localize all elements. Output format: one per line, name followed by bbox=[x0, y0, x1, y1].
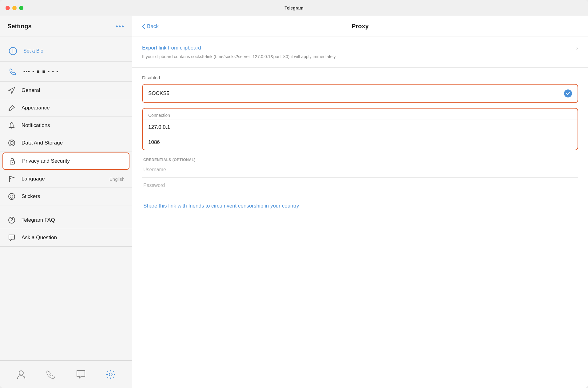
sidebar-item-ask[interactable]: Ask a Question bbox=[0, 229, 132, 247]
proxy-type-box: SOCKS5 bbox=[142, 84, 578, 103]
connection-box: Connection 127.0.0.1 1086 bbox=[142, 108, 578, 150]
phone-item[interactable]: ••• • ■ ■ • • • bbox=[0, 62, 132, 82]
password-field[interactable]: Password bbox=[142, 178, 578, 193]
share-link[interactable]: Share this link with friends to circumve… bbox=[142, 200, 578, 212]
send-icon bbox=[7, 86, 16, 95]
status-label: Disabled bbox=[142, 75, 578, 80]
brush-icon bbox=[7, 104, 16, 112]
phone-number: ••• • ■ ■ • • • bbox=[23, 69, 59, 74]
footer-calls-button[interactable] bbox=[43, 367, 59, 382]
content-body: Export link from clipboard › If your cli… bbox=[132, 37, 588, 388]
socks5-label: SOCKS5 bbox=[148, 90, 169, 97]
content-header: Back Proxy bbox=[132, 16, 588, 37]
more-options-button[interactable]: ••• bbox=[116, 22, 125, 30]
language-value: English bbox=[109, 176, 125, 182]
general-label: General bbox=[22, 87, 125, 93]
set-bio-item[interactable]: i Set a Bio bbox=[0, 41, 132, 62]
flag-icon bbox=[7, 175, 16, 183]
socks5-option[interactable]: SOCKS5 bbox=[143, 85, 578, 102]
sidebar-item-stickers[interactable]: Stickers bbox=[0, 188, 132, 205]
sidebar-header: Settings ••• bbox=[0, 16, 132, 37]
svg-point-11 bbox=[19, 371, 23, 375]
sidebar-item-data-storage[interactable]: Data And Storage bbox=[0, 134, 132, 152]
sidebar-item-notifications[interactable]: Notifications bbox=[0, 117, 132, 134]
connection-ip[interactable]: 127.0.0.1 bbox=[143, 120, 578, 135]
data-storage-label: Data And Storage bbox=[22, 140, 125, 146]
svg-point-7 bbox=[10, 196, 11, 196]
svg-point-8 bbox=[12, 196, 13, 196]
export-row: Export link from clipboard › bbox=[142, 44, 578, 51]
svg-point-2 bbox=[9, 140, 15, 146]
footer-settings-button[interactable] bbox=[103, 367, 118, 382]
back-label: Back bbox=[147, 23, 159, 30]
svg-point-5 bbox=[12, 162, 13, 163]
close-button[interactable] bbox=[6, 6, 10, 10]
svg-point-12 bbox=[109, 373, 112, 376]
language-label: Language bbox=[22, 176, 104, 182]
sidebar-item-faq[interactable]: Telegram FAQ bbox=[0, 212, 132, 229]
svg-text:i: i bbox=[12, 49, 14, 53]
ask-label: Ask a Question bbox=[22, 235, 125, 241]
export-description: If your clipboard contains socks5-link (… bbox=[142, 54, 578, 60]
connection-header: Connection bbox=[143, 109, 578, 120]
faq-label: Telegram FAQ bbox=[22, 217, 125, 223]
privacy-security-label: Privacy and Security bbox=[22, 158, 124, 164]
svg-point-6 bbox=[9, 193, 15, 200]
sidebar-title: Settings bbox=[7, 23, 32, 30]
proxy-title: Proxy bbox=[352, 23, 369, 30]
sidebar: Settings ••• i Set a Bio bbox=[0, 16, 132, 388]
faq-icon bbox=[7, 216, 16, 224]
minimize-button[interactable] bbox=[12, 6, 17, 10]
sidebar-content: i Set a Bio ••• • ■ ■ • • • bbox=[0, 37, 132, 360]
lock-icon bbox=[8, 157, 17, 165]
export-section: Export link from clipboard › If your cli… bbox=[132, 37, 588, 68]
footer-messages-button[interactable] bbox=[73, 367, 89, 382]
info-icon: i bbox=[7, 46, 18, 57]
maximize-button[interactable] bbox=[19, 6, 23, 10]
back-button[interactable]: Back bbox=[142, 23, 159, 30]
credentials-section: CREDENTIALS (OPTIONAL) Username Password bbox=[142, 158, 578, 193]
sidebar-item-language[interactable]: Language English bbox=[0, 170, 132, 188]
notifications-label: Notifications bbox=[22, 122, 125, 129]
svg-point-3 bbox=[10, 141, 13, 145]
check-icon bbox=[564, 89, 572, 97]
sticker-icon bbox=[7, 192, 16, 201]
footer-profile-button[interactable] bbox=[14, 367, 29, 382]
sidebar-item-appearance[interactable]: Appearance bbox=[0, 99, 132, 117]
chat-icon bbox=[7, 233, 16, 242]
bell-icon bbox=[7, 121, 16, 130]
main-area: Settings ••• i Set a Bio bbox=[0, 16, 588, 388]
app-window: Telegram Settings ••• i Set a Bio bbox=[0, 0, 588, 388]
phone-icon bbox=[7, 66, 18, 77]
svg-point-10 bbox=[11, 222, 12, 222]
connection-port[interactable]: 1086 bbox=[143, 135, 578, 150]
window-controls bbox=[6, 6, 23, 10]
sidebar-footer bbox=[0, 360, 132, 388]
credentials-label: CREDENTIALS (OPTIONAL) bbox=[142, 158, 578, 162]
set-bio-label: Set a Bio bbox=[23, 48, 43, 54]
window-title: Telegram bbox=[284, 6, 303, 10]
export-label[interactable]: Export link from clipboard bbox=[142, 45, 201, 51]
chevron-right-icon: › bbox=[576, 44, 578, 51]
sidebar-item-privacy-security[interactable]: Privacy and Security bbox=[2, 152, 129, 170]
titlebar: Telegram bbox=[0, 0, 588, 16]
stickers-label: Stickers bbox=[22, 193, 125, 200]
username-field[interactable]: Username bbox=[142, 162, 578, 178]
proxy-section: Disabled SOCKS5 bbox=[132, 68, 588, 219]
appearance-label: Appearance bbox=[22, 105, 125, 111]
data-icon bbox=[7, 139, 16, 147]
main-content: Back Proxy Export link from clipboard › … bbox=[132, 16, 588, 388]
sidebar-item-general[interactable]: General bbox=[0, 82, 132, 99]
